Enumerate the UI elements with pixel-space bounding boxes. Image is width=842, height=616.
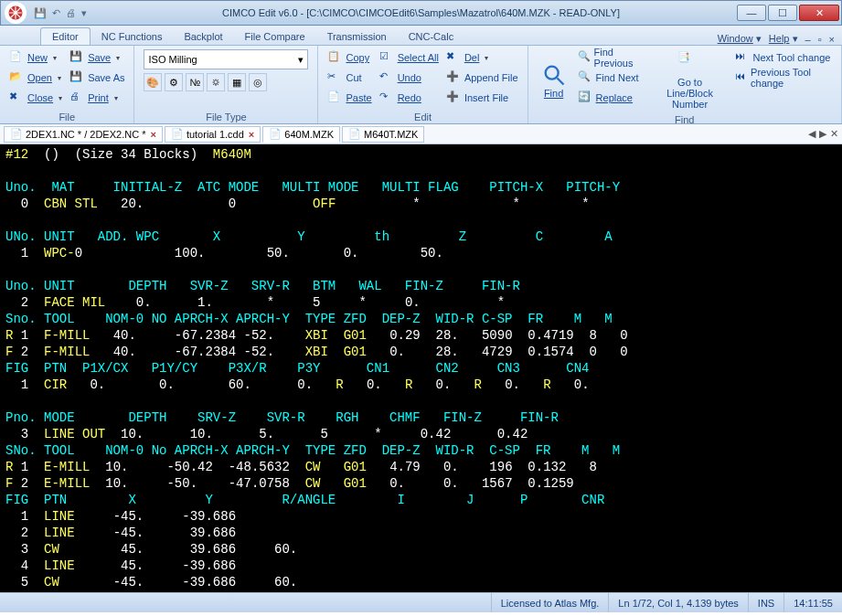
qat-save-icon[interactable]: 💾 (34, 7, 47, 19)
copy-icon: 📋 (327, 50, 342, 65)
goto-line-button[interactable]: 📑 Go to Line/Block Number (649, 48, 731, 113)
group-file: 📄New▾ 📂Open▾ ✖Close▾ 💾Save▾ 💾Save As 🖨Pr… (0, 46, 134, 123)
cut-icon: ✂ (327, 70, 342, 85)
prev-tool-icon: ⏮ (735, 70, 748, 85)
document-tab[interactable]: 📄tutorial 1.cdd× (165, 126, 261, 143)
selectall-icon: ☑ (379, 50, 394, 65)
code-editor[interactable]: #12 () (Size 34 Blocks) M640M Uno. MAT I… (0, 144, 842, 592)
replace-button[interactable]: 🔄Replace (574, 88, 649, 108)
ft-template-icon[interactable]: ▦ (228, 73, 246, 91)
copy-button[interactable]: 📋Copy (324, 48, 375, 68)
qat-undo-icon[interactable]: ↶ (52, 7, 60, 19)
tab-scroll-left-icon[interactable]: ◀ (808, 128, 815, 140)
dropdown-icon: ▾ (298, 54, 304, 66)
print-icon: 🖨 (69, 90, 84, 105)
find-next-icon: 🔍 (578, 70, 592, 85)
cut-button[interactable]: ✂Cut (324, 68, 375, 88)
file-icon: 📄 (269, 128, 282, 140)
tab-backplot[interactable]: Backplot (173, 28, 233, 45)
minimize-button[interactable]: — (737, 5, 766, 21)
new-file-icon: 📄 (9, 50, 24, 65)
prev-toolchange-button[interactable]: ⏮Previous Tool change (731, 68, 836, 88)
group-edit: 📋Copy ✂Cut 📄Paste ☑Select All ↶Undo ↷Red… (318, 46, 528, 123)
tab-editor[interactable]: Editor (40, 27, 91, 45)
file-icon: 📄 (10, 128, 23, 140)
document-tab[interactable]: 📄M640T.MZK (342, 126, 424, 143)
document-tabstrip: 📄2DEX1.NC * / 2DEX2.NC *×📄tutorial 1.cdd… (0, 124, 842, 144)
tab-scroll-right-icon[interactable]: ▶ (819, 128, 826, 140)
tab-file-compare[interactable]: File Compare (234, 28, 316, 45)
document-tab[interactable]: 📄640M.MZK (262, 126, 340, 143)
ribbon-minimize-icon[interactable]: – (805, 34, 811, 45)
saveas-button[interactable]: 💾Save As (66, 68, 128, 88)
close-file-button[interactable]: ✖Close▾ (5, 88, 66, 108)
group-label: File (5, 111, 128, 123)
insert-button[interactable]: ➕Insert File (442, 88, 522, 108)
undo-button[interactable]: ↶Undo (376, 68, 442, 88)
find-prev-icon: 🔍 (578, 50, 591, 65)
save-icon: 💾 (69, 50, 84, 65)
find-next-button[interactable]: 🔍Find Next (574, 68, 649, 88)
quick-access-toolbar: 💾 ↶ 🖨 ▾ (34, 7, 87, 19)
ft-global-icon[interactable]: ⚙ (165, 73, 183, 91)
redo-button[interactable]: ↷Redo (376, 88, 442, 108)
save-button[interactable]: 💾Save▾ (66, 48, 128, 68)
help-menu[interactable]: Help ▾ (769, 33, 798, 45)
document-tab-label: 640M.MZK (284, 129, 334, 140)
ft-machine-icon[interactable]: ⛭ (207, 73, 225, 91)
qat-dropdown-icon[interactable]: ▾ (81, 7, 87, 19)
filetype-icons: 🎨 ⚙ № ⛭ ▦ ◎ (144, 73, 308, 91)
paste-icon: 📄 (327, 90, 342, 105)
group-filetype: ISO Milling ▾ 🎨 ⚙ № ⛭ ▦ ◎ File Type (134, 46, 318, 123)
saveas-icon: 💾 (69, 70, 84, 85)
status-position: Ln 1/72, Col 1, 4.139 bytes (608, 593, 747, 612)
print-button[interactable]: 🖨Print▾ (66, 88, 128, 108)
goto-icon: 📑 (677, 51, 703, 77)
paste-button[interactable]: 📄Paste (324, 88, 375, 108)
close-tab-icon[interactable]: × (148, 129, 155, 140)
ft-other-icon[interactable]: ◎ (249, 73, 267, 91)
window-menu[interactable]: Window ▾ (718, 33, 762, 45)
open-button[interactable]: 📂Open▾ (5, 68, 66, 88)
tab-cnc-calc[interactable]: CNC-Calc (398, 28, 465, 45)
tab-nc-functions[interactable]: NC Functions (91, 28, 174, 45)
close-button[interactable]: ✕ (799, 5, 839, 21)
group-label: File Type (140, 111, 312, 123)
tab-close-icon[interactable]: ✕ (830, 128, 838, 140)
ft-colors-icon[interactable]: 🎨 (144, 73, 162, 91)
group-label: Edit (324, 111, 521, 123)
open-folder-icon: 📂 (9, 70, 24, 85)
app-menu-button[interactable] (5, 2, 27, 24)
close-file-icon: ✖ (9, 90, 24, 105)
close-tab-icon[interactable]: × (247, 129, 254, 140)
document-tab-label: 2DEX1.NC * / 2DEX2.NC * (26, 129, 145, 140)
status-insert-mode[interactable]: INS (748, 593, 783, 612)
maximize-button[interactable]: ☐ (768, 5, 797, 21)
filetype-select[interactable]: ISO Milling ▾ (144, 49, 308, 69)
ribbon-restore-icon[interactable]: ▫ (818, 34, 822, 45)
titlebar: 💾 ↶ 🖨 ▾ CIMCO Edit v6.0 - [C:\CIMCO\CIMC… (0, 0, 842, 26)
document-tab[interactable]: 📄2DEX1.NC * / 2DEX2.NC *× (4, 126, 163, 143)
status-time: 14:11:55 (783, 593, 842, 612)
ribbon-close-icon[interactable]: × (829, 34, 835, 45)
filetype-value: ISO Milling (148, 54, 197, 65)
magnifier-icon (541, 62, 567, 88)
tab-transmission[interactable]: Transmission (316, 28, 398, 45)
find-button[interactable]: Find (534, 48, 574, 113)
qat-print-icon[interactable]: 🖨 (66, 7, 76, 18)
del-button[interactable]: ✖Del▾ (442, 48, 522, 68)
undo-icon: ↶ (379, 70, 394, 85)
status-license: Licensed to Atlas Mfg. (491, 593, 609, 612)
group-find: Find 🔍Find Previous 🔍Find Next 🔄Replace … (528, 46, 842, 123)
selectall-button[interactable]: ☑Select All (376, 48, 442, 68)
svg-line-2 (557, 79, 563, 85)
delete-icon: ✖ (446, 50, 461, 65)
group-label: Find (534, 113, 836, 126)
next-toolchange-button[interactable]: ⏭Next Tool change (731, 48, 836, 68)
file-icon: 📄 (171, 128, 184, 140)
redo-icon: ↷ (379, 90, 394, 105)
new-button[interactable]: 📄New▾ (5, 48, 66, 68)
append-button[interactable]: ➕Append File (442, 68, 522, 88)
ft-numbers-icon[interactable]: № (186, 73, 204, 91)
find-previous-button[interactable]: 🔍Find Previous (574, 48, 649, 68)
